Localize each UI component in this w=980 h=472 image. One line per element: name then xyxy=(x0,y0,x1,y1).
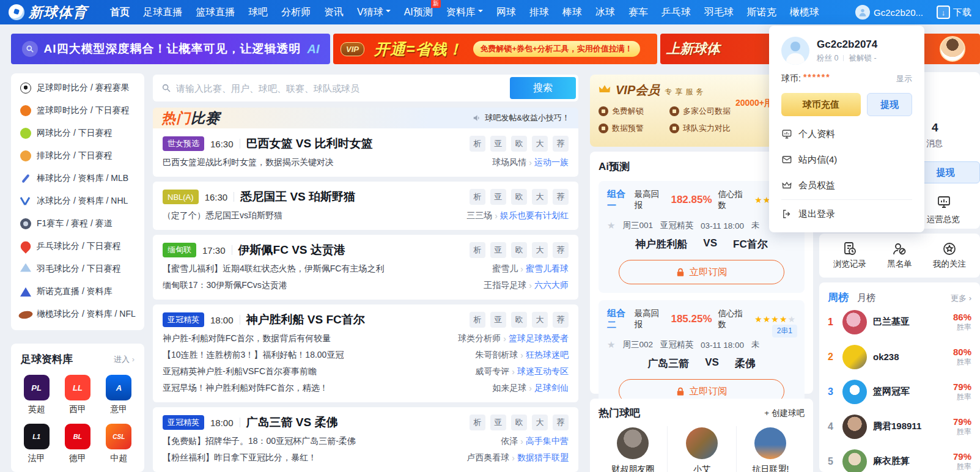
tag-analysis[interactable]: 析 xyxy=(470,136,485,152)
nav-user-entry[interactable]: Gc2c2b20... ↓ 下载 xyxy=(855,5,971,20)
tag-europe[interactable]: 欧 xyxy=(511,415,527,430)
tag-asia[interactable]: 亚 xyxy=(490,189,506,205)
bar-item[interactable]: 小艾 xyxy=(667,426,735,472)
subscribe-button[interactable]: 立即订阅 xyxy=(619,260,785,284)
show-balance-toggle[interactable]: 显示 xyxy=(896,73,912,84)
post-title[interactable]: 【免费贴】招牌华子。18：00亚冠杯广岛三箭-柔佛 xyxy=(163,436,356,447)
nav-news[interactable]: 资讯 xyxy=(324,6,344,19)
nav-snooker[interactable]: 斯诺克 xyxy=(747,6,776,19)
nav-badminton[interactable]: 羽毛球 xyxy=(704,6,734,19)
nav-baseball[interactable]: 棒球 xyxy=(562,6,582,19)
tag-asia[interactable]: 亚 xyxy=(490,312,506,328)
tag-recommend[interactable]: 荐 xyxy=(553,189,569,205)
combo-name[interactable]: 组合二 xyxy=(607,308,635,331)
tag-big[interactable]: 大 xyxy=(532,415,548,430)
tag-analysis[interactable]: 析 xyxy=(470,189,485,205)
post-title[interactable]: 亚冠早场！神户胜利船对阵FC首尔，精选！ xyxy=(163,383,328,394)
overview-label[interactable]: 运营总览 xyxy=(927,214,960,225)
match-title[interactable]: 悉尼国王 VS 珀斯野猫 xyxy=(240,189,355,205)
bar-tip-link[interactable]: 球吧发帖&收益小技巧！ xyxy=(473,112,570,124)
nav-volleyball[interactable]: 排球 xyxy=(529,6,549,19)
sidebar-item-volleyball[interactable]: 排球比分 / 下日赛程 xyxy=(11,144,144,167)
post-title[interactable]: 巴西女篮迎战比利时女篮，数据揭示关键对决 xyxy=(163,157,334,168)
blacklist-button[interactable]: 黑名单 xyxy=(887,242,912,270)
bar-link[interactable]: 足球剑仙 xyxy=(534,383,569,394)
rank-row[interactable]: 4腾君198911 79%胜率 xyxy=(828,409,971,444)
nav-ai-predict[interactable]: AI预测新 xyxy=(404,6,433,19)
download-button[interactable]: ↓ 下载 xyxy=(937,6,971,19)
tag-europe[interactable]: 欧 xyxy=(511,189,527,205)
match-title[interactable]: 伊斯佩FC VS 达贡港 xyxy=(238,242,345,258)
nav-database[interactable]: 资料库 xyxy=(446,6,483,19)
nav-analyst[interactable]: 分析师 xyxy=(281,6,311,19)
combo-name[interactable]: 组合一 xyxy=(607,188,635,212)
sidebar-item-baseball[interactable]: 棒球比分 / 资料库 / MLB xyxy=(11,167,144,190)
tag-big[interactable]: 大 xyxy=(532,242,548,258)
tag-big[interactable]: 大 xyxy=(532,189,548,205)
nav-hockey[interactable]: 冰球 xyxy=(595,6,615,19)
bar-link[interactable]: 狂热球迷吧 xyxy=(526,350,569,361)
tag-big[interactable]: 大 xyxy=(532,312,548,328)
tag-recommend[interactable]: 荐 xyxy=(553,415,569,430)
nav-pingpong[interactable]: 乒乓球 xyxy=(661,6,691,19)
nav-tennis[interactable]: 网球 xyxy=(496,6,516,19)
menu-profile[interactable]: 个人资料 xyxy=(781,121,912,147)
message-label[interactable]: 消息 xyxy=(926,138,943,149)
sidebar-item-badminton[interactable]: 羽毛球比分 / 下日赛程 xyxy=(11,257,144,280)
tag-asia[interactable]: 亚 xyxy=(490,415,506,430)
search-input[interactable] xyxy=(176,83,510,94)
nav-racing[interactable]: 赛车 xyxy=(628,6,648,19)
vip-promo-banner[interactable]: VIP 开通=省钱！ 免费解锁+券包+分析工具，实用价值拉满！ xyxy=(333,34,657,64)
bar-link[interactable]: 篮球足球热爱者 xyxy=(509,333,569,344)
bar-link[interactable]: 娱乐也要有计划红 xyxy=(500,210,569,221)
tab-weekly[interactable]: 周榜 xyxy=(828,290,849,304)
bar-item[interactable]: 抗日联盟! xyxy=(736,426,805,472)
tag-asia[interactable]: 亚 xyxy=(490,242,506,258)
star-icon[interactable] xyxy=(607,339,615,350)
rank-row[interactable]: 2ok238 80%胜率 xyxy=(828,339,971,374)
tag-analysis[interactable]: 析 xyxy=(470,242,485,258)
overview-chart-icon[interactable] xyxy=(937,194,951,212)
tag-big[interactable]: 大 xyxy=(532,136,548,152)
ai-model-banner[interactable]: AI四大模型深度耦合！让概率可见，让逻辑透明 AI xyxy=(11,34,330,64)
tag-analysis[interactable]: 析 xyxy=(470,312,485,328)
league-bundesliga[interactable]: 德甲 xyxy=(57,424,98,464)
sidebar-item-hockey[interactable]: 冰球比分 / 资料库 / NHL xyxy=(11,190,144,212)
sidebar-item-f1[interactable]: F1赛车 / 赛程 / 赛道 xyxy=(11,212,144,235)
league-seriea[interactable]: 意甲 xyxy=(98,375,139,415)
post-title[interactable]: 亚冠精英神户胜-利船VSFC首尔赛事前瞻 xyxy=(163,366,317,377)
tab-monthly[interactable]: 月榜 xyxy=(857,292,875,304)
league-laliga[interactable]: 西甲 xyxy=(57,375,98,415)
site-logo[interactable]: 新球体育 xyxy=(9,3,87,22)
nav-vguess[interactable]: V猜球 xyxy=(357,6,391,19)
nav-rugby[interactable]: 橄榄球 xyxy=(790,6,819,19)
post-title[interactable]: 【粉丝福利】昨日拿下亚冠比分，暴红！ xyxy=(163,452,317,463)
sidebar-item-tennis[interactable]: 网球比分 / 下日赛程 xyxy=(11,122,144,144)
tag-asia[interactable]: 亚 xyxy=(490,136,506,152)
tag-recommend[interactable]: 荐 xyxy=(553,312,569,328)
post-title[interactable]: 【蜜雪儿福利】近期4联红状态火热，伊斯佩FC有主场之利 xyxy=(163,264,384,275)
post-title[interactable]: 神户胜-利船对阵FC首尔，数据背后有何较量 xyxy=(163,333,331,344)
bar-item[interactable]: 财叔朋友圈 xyxy=(599,426,667,472)
menu-membership[interactable]: 会员权益 xyxy=(781,172,912,198)
post-title[interactable]: 缅甸联17：30伊斯佩FCvs达贡港 xyxy=(163,280,287,291)
nav-basketball-live[interactable]: 篮球直播 xyxy=(196,6,235,19)
more-link[interactable]: 更多 xyxy=(951,293,971,304)
league-ligue1[interactable]: 法甲 xyxy=(16,424,57,464)
recharge-button[interactable]: 球币充值 xyxy=(781,93,861,116)
bar-link[interactable]: 蜜雪儿看球 xyxy=(526,264,569,275)
tag-recommend[interactable]: 荐 xyxy=(553,242,569,258)
bar-link[interactable]: 球迷互动专区 xyxy=(517,366,569,377)
league-csl[interactable]: 中超 xyxy=(98,424,139,464)
menu-logout[interactable]: 退出登录 xyxy=(781,201,912,227)
tag-analysis[interactable]: 析 xyxy=(470,415,485,430)
rank-row[interactable]: 3篮网冠军 79%胜率 xyxy=(828,374,971,409)
nav-football-live[interactable]: 足球直播 xyxy=(143,6,182,19)
nav-home[interactable]: 首页 xyxy=(110,6,130,19)
create-bar-button[interactable]: + 创建球吧 xyxy=(764,408,805,419)
match-title[interactable]: 神户胜利船 VS FC首尔 xyxy=(246,312,365,328)
match-title[interactable]: 巴西女篮 VS 比利时女篮 xyxy=(246,136,373,152)
bar-link[interactable]: 六六大师 xyxy=(534,280,569,291)
star-icon[interactable] xyxy=(607,220,615,231)
sidebar-item-basketball[interactable]: 篮球即时比分 / 下日赛程 xyxy=(11,99,144,122)
